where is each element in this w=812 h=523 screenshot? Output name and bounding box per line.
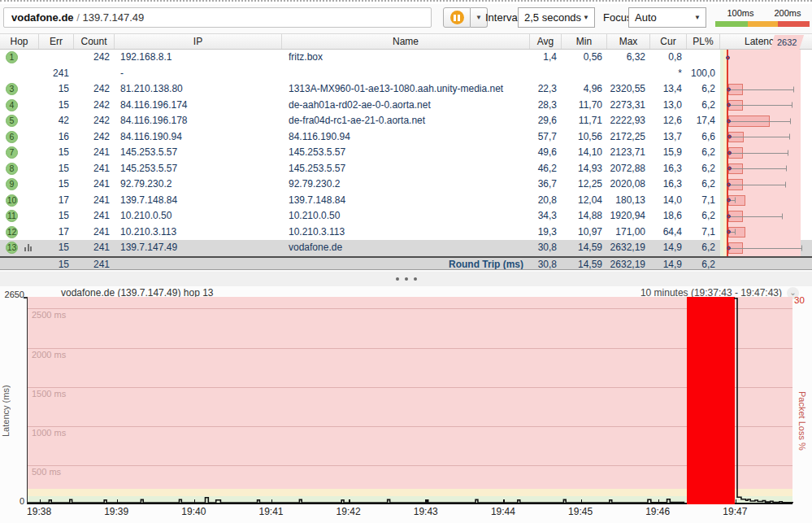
pl-cell: 100,0: [687, 66, 720, 82]
column-header-name[interactable]: Name: [282, 34, 530, 49]
latency-minigraph: [720, 193, 812, 209]
avg-cell: 34,3: [530, 208, 562, 224]
hop-number-badge: 9: [6, 178, 18, 190]
column-header-cur[interactable]: Cur: [650, 34, 687, 49]
min-cell: [562, 66, 607, 82]
max-latency-tick: [735, 229, 736, 235]
table-row[interactable]: 5 42 242 84.116.196.178 de-fra04d-rc1-ae…: [0, 113, 812, 129]
max-latency-whisker: [730, 248, 801, 249]
name-cell: 139.7.148.84: [282, 193, 530, 209]
summary-err: 15: [39, 258, 74, 270]
x-axis-label: 19:41: [253, 506, 289, 517]
name-cell: 92.79.230.2: [282, 177, 530, 193]
column-header-ip[interactable]: IP: [115, 34, 282, 49]
latency-minigraph: [720, 113, 812, 129]
column-header-min[interactable]: Min: [562, 34, 607, 49]
splitter-handle[interactable]: [0, 272, 812, 286]
x-axis-tick: [503, 499, 505, 503]
minigraph-background: [728, 66, 801, 82]
timeline-plot-area[interactable]: 2500 ms2000 ms1500 ms1000 ms500 ms: [27, 297, 792, 504]
latency-minigraph: [720, 81, 812, 98]
table-row[interactable]: 12 17 241 10.210.3.113 10.210.3.113 19,3…: [0, 224, 812, 241]
table-row[interactable]: 8 15 241 145.253.5.57 145.253.5.57 46,2 …: [0, 161, 812, 177]
ip-cell: 139.7.148.84: [115, 193, 282, 209]
x-axis-label: 19:39: [98, 506, 134, 517]
x-axis-label: 19:44: [485, 506, 521, 517]
avg-cell: 19,3: [530, 224, 562, 241]
table-row[interactable]: 9 15 241 92.79.230.2 92.79.230.2 36,7 12…: [0, 177, 812, 193]
table-row[interactable]: 241 - * 100,0: [0, 66, 812, 82]
latency-minigraph: [720, 208, 812, 224]
table-row[interactable]: 1 242 192.168.8.1 fritz.box 1,4 0,56 6,3…: [0, 50, 812, 66]
avg-cell: 22,3: [530, 81, 562, 98]
max-latency-whisker: [730, 137, 789, 137]
x-axis-tick: [40, 499, 41, 503]
table-row[interactable]: 3 15 242 81.210.138.80 1313A-MX960-01-ae…: [0, 81, 812, 98]
hop-number-badge: 1: [6, 51, 18, 63]
count-cell: 242: [74, 81, 115, 98]
min-cell: 11,70: [562, 98, 607, 114]
column-header-pl[interactable]: PL%: [687, 34, 720, 49]
current-latency-marker: [727, 214, 731, 218]
avg-cell: 49,6: [530, 145, 562, 161]
pl-cell: 6,2: [687, 145, 720, 161]
pl-cell: 7,1: [687, 193, 720, 209]
interval-label: Interval: [485, 7, 520, 28]
current-latency-marker: [727, 167, 732, 171]
interval-select[interactable]: 2,5 seconds: [518, 7, 595, 28]
name-cell: fritz.box: [282, 50, 530, 66]
table-row[interactable]: 4 15 242 84.116.196.174 de-aah01a-rd02-a…: [0, 98, 812, 114]
column-header-avg[interactable]: Avg: [530, 34, 562, 49]
x-axis-label: 19:47: [717, 506, 753, 517]
x-axis-tick: [117, 499, 119, 503]
column-header-latency[interactable]: Latency 2632: [720, 34, 812, 49]
latency-minigraph: [720, 161, 812, 177]
count-cell: 241: [74, 177, 115, 193]
column-header-max[interactable]: Max: [607, 34, 650, 49]
min-cell: 14,88: [562, 208, 607, 224]
err-cell: 17: [39, 224, 74, 241]
table-row[interactable]: 10 17 241 139.7.148.84 139.7.148.84 20,8…: [0, 193, 812, 209]
max-cell: 2222,93: [607, 113, 650, 129]
current-latency-marker: [727, 119, 731, 123]
pl-cell: 6,2: [687, 81, 720, 98]
pause-button[interactable]: [443, 7, 471, 28]
y-axis-min-label: 0: [7, 496, 24, 506]
count-cell: 241: [74, 161, 115, 177]
table-row[interactable]: 6 16 242 84.116.190.94 84.116.190.94 57,…: [0, 129, 812, 146]
focus-select[interactable]: Auto: [628, 7, 706, 28]
trace-table: Hop Err Count IP Name Avg Min Max Cur PL…: [0, 34, 812, 270]
x-axis-label: 19:45: [562, 506, 598, 517]
max-cell: [607, 66, 650, 82]
count-cell: 241: [74, 193, 115, 209]
table-row[interactable]: 11 15 241 10.210.0.50 10.210.0.50 34,3 1…: [0, 208, 812, 224]
summary-avg: 30,8: [530, 258, 562, 270]
x-axis-label: 19:42: [331, 506, 367, 517]
ip-cell: 139.7.147.49: [115, 240, 282, 256]
latency-line-layer: [28, 297, 793, 504]
pl-cell: 6,2: [687, 161, 720, 177]
x-axis-tick: [581, 499, 583, 503]
hop-number-badge: 12: [6, 226, 18, 238]
cur-cell: *: [650, 66, 687, 82]
name-cell: de-fra04d-rc1-ae-21-0.aorta.net: [282, 113, 530, 129]
min-cell: 14,59: [562, 240, 607, 256]
column-header-hop[interactable]: Hop: [0, 34, 39, 49]
legend-200ms-label: 200ms: [770, 8, 805, 18]
count-cell: 241: [74, 208, 115, 224]
target-address-box[interactable]: vodafone.de / 139.7.147.49: [3, 7, 432, 28]
legend-100ms-label: 100ms: [723, 8, 758, 18]
err-cell: 15: [39, 177, 74, 193]
max-cell: 2632,19: [607, 240, 650, 256]
max-latency-tick: [792, 102, 792, 108]
column-header-err[interactable]: Err: [39, 34, 74, 49]
summary-cur: 14,9: [650, 258, 687, 270]
hop-number-badge: 4: [6, 99, 18, 111]
min-cell: 14,93: [562, 161, 607, 177]
table-row[interactable]: 7 15 241 145.253.5.57 145.253.5.57 49,6 …: [0, 145, 812, 161]
max-cell: 180,13: [607, 193, 650, 209]
max-latency-tick: [789, 134, 790, 140]
table-row[interactable]: 13 15 241 139.7.147.49 vodafone.de 30,8 …: [0, 240, 812, 256]
name-cell: [282, 66, 530, 82]
column-header-count[interactable]: Count: [74, 34, 115, 49]
